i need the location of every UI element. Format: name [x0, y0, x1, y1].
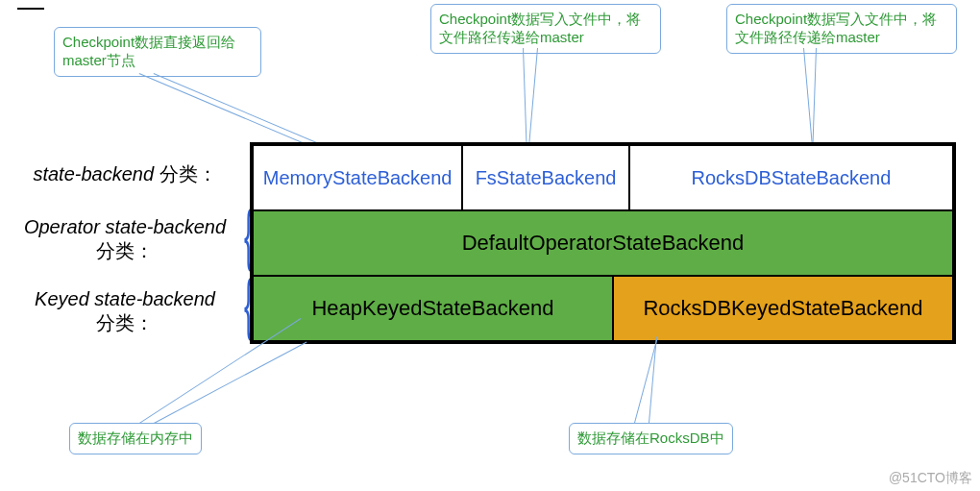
- label-text: state-backend: [33, 163, 154, 184]
- table-row: HeapKeyedStateBackend RocksDBKeyedStateB…: [253, 276, 953, 341]
- callout-memory-backend: Checkpoint数据直接返回给master节点: [54, 27, 261, 77]
- decor-line: [17, 8, 44, 10]
- label-state-backend: state-backend 分类：: [0, 161, 250, 187]
- callout-rocksdb-backend: Checkpoint数据写入文件中，将文件路径传递给master: [726, 4, 957, 54]
- callout-memory-storage: 数据存储在内存中: [69, 423, 202, 454]
- table-row: DefaultOperatorStateBackend: [253, 210, 953, 276]
- cell-heap-keyed-backend: HeapKeyedStateBackend: [253, 276, 613, 341]
- label-text: Keyed state-backend: [35, 288, 215, 309]
- cell-fs-state-backend: FsStateBackend: [462, 145, 629, 210]
- watermark: @51CTO博客: [889, 470, 972, 487]
- label-text: Operator state-backend: [24, 216, 226, 237]
- pointer-line: [813, 48, 817, 144]
- pointer-line: [803, 48, 813, 144]
- cell-rocksdb-keyed-backend: RocksDBKeyedStateBackend: [613, 276, 953, 341]
- label-suffix: 分类：: [96, 312, 154, 333]
- callout-rocksdb-storage: 数据存储在RocksDB中: [569, 423, 733, 454]
- pointer-line: [154, 341, 306, 423]
- label-keyed-backend: Keyed state-backend 分类：: [0, 288, 250, 336]
- label-suffix: 分类：: [96, 240, 154, 261]
- label-operator-backend: Operator state-backend 分类：: [0, 216, 250, 264]
- cell-rocksdb-state-backend: RocksDBStateBackend: [629, 145, 953, 210]
- backend-table: MemoryStateBackend FsStateBackend RocksD…: [250, 142, 956, 344]
- pointer-line: [528, 48, 538, 144]
- cell-default-operator-backend: DefaultOperatorStateBackend: [253, 210, 953, 276]
- pointer-line: [523, 48, 527, 144]
- label-suffix: 分类：: [159, 163, 217, 184]
- cell-memory-state-backend: MemoryStateBackend: [253, 145, 462, 210]
- table-row: MemoryStateBackend FsStateBackend RocksD…: [253, 145, 953, 210]
- callout-fs-backend: Checkpoint数据写入文件中，将文件路径传递给master: [430, 4, 661, 54]
